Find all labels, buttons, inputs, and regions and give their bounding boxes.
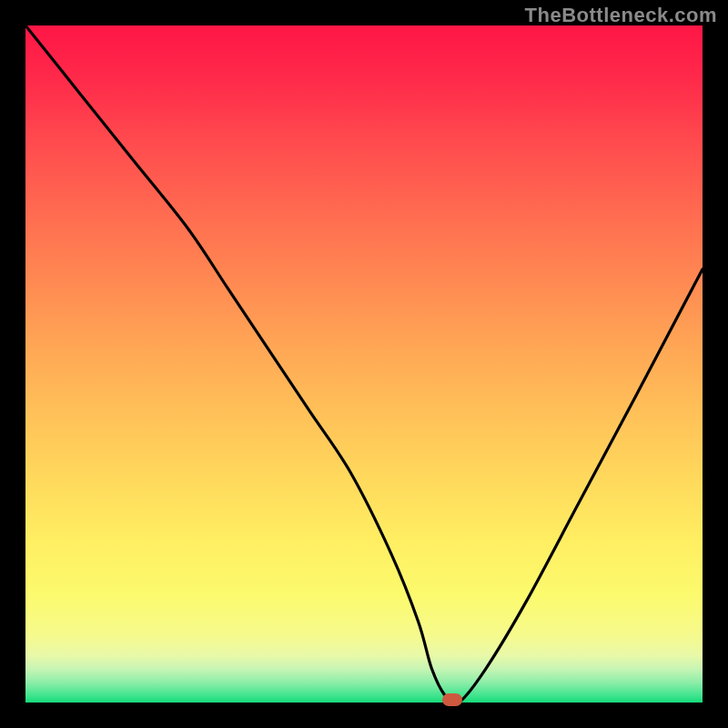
bottleneck-curve <box>25 25 703 703</box>
chart-frame: TheBottleneck.com <box>0 0 728 728</box>
curve-path <box>25 25 703 703</box>
minimum-marker <box>442 693 462 706</box>
watermark-text: TheBottleneck.com <box>525 4 717 27</box>
